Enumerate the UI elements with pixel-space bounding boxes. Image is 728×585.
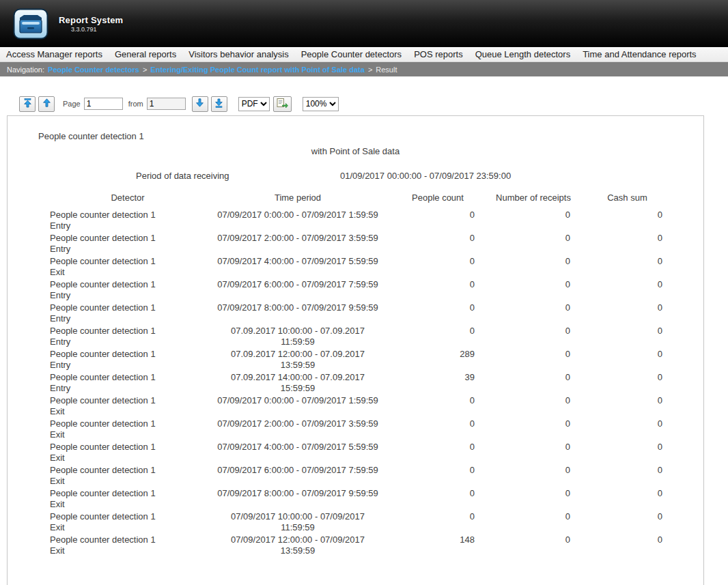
cash-sum-cell: 0 <box>581 395 673 405</box>
detector-cell: People counter detection 1 Exit <box>50 511 206 533</box>
table-row: People counter detection 1 Entry 07/09/2… <box>8 233 703 256</box>
cash-sum-cell: 0 <box>581 372 673 382</box>
people-count-cell: 0 <box>390 511 486 522</box>
detector-name: People counter detection 1 <box>50 349 206 360</box>
people-count-cell: 148 <box>390 534 486 545</box>
prev-page-button[interactable] <box>38 96 55 112</box>
menu-item-general-reports[interactable]: General reports <box>109 49 182 59</box>
time-period-cell: 07.09.2017 10:00:00 - 07.09.2017 11:59:5… <box>206 326 390 347</box>
cash-sum-cell: 0 <box>581 256 673 266</box>
menu-item-access-manager-reports[interactable]: Access Manager reports <box>0 49 109 59</box>
report-page: People counter detection 1 with Point of… <box>7 115 704 585</box>
detector-cell: People counter detection 1 Entry <box>50 233 206 255</box>
export-button[interactable] <box>273 96 292 112</box>
people-count-cell: 0 <box>390 279 486 289</box>
detector-type: Entry <box>50 360 206 371</box>
detector-name: People counter detection 1 <box>50 372 206 383</box>
report-table: Detector Time period People count Number… <box>8 192 703 558</box>
first-page-button[interactable] <box>19 96 36 112</box>
menu-item-people-counter-detectors[interactable]: People Counter detectors <box>295 49 408 59</box>
detector-name: People counter detection 1 <box>50 488 206 499</box>
detector-cell: People counter detection 1 Entry <box>50 349 206 371</box>
detector-cell: People counter detection 1 Exit <box>50 256 206 278</box>
detector-cell: People counter detection 1 Exit <box>50 488 206 510</box>
cash-sum-cell: 0 <box>581 233 673 243</box>
detector-type: Entry <box>50 220 206 231</box>
time-period-cell: 07/09/2017 6:00:00 - 07/09/2017 7:59:59 <box>206 465 390 476</box>
top-menu: Access Manager reports General reports V… <box>0 47 728 62</box>
table-row: People counter detection 1 Exit 07/09/20… <box>8 511 703 534</box>
breadcrumb-prefix: Navigation: <box>7 66 44 74</box>
table-row: People counter detection 1 Exit 07/09/20… <box>8 256 703 279</box>
people-count-cell: 39 <box>390 372 486 382</box>
receipts-cell: 0 <box>486 233 581 243</box>
table-row: People counter detection 1 Exit 07/09/20… <box>8 395 703 418</box>
receipts-cell: 0 <box>486 465 581 475</box>
detector-name: People counter detection 1 <box>50 256 206 267</box>
arrow-up-icon <box>42 98 51 109</box>
breadcrumb-separator: > <box>368 66 372 74</box>
breadcrumb: Navigation: People Counter detectors > E… <box>0 62 728 76</box>
cash-sum-cell: 0 <box>581 465 673 475</box>
receipts-cell: 0 <box>486 256 581 266</box>
page-input[interactable] <box>84 98 123 110</box>
detector-cell: People counter detection 1 Entry <box>50 210 206 231</box>
people-count-cell: 0 <box>390 488 486 498</box>
arrow-down-icon <box>195 98 204 109</box>
app-title: Report System <box>59 15 123 25</box>
breadcrumb-link-people-counter-detectors[interactable]: People Counter detectors <box>48 66 139 74</box>
detector-cell: People counter detection 1 Exit <box>50 465 206 487</box>
table-row: People counter detection 1 Entry 07/09/2… <box>8 279 703 302</box>
arrow-up-to-bar-icon <box>23 98 32 110</box>
time-period-cell: 07/09/2017 6:00:00 - 07/09/2017 7:59:59 <box>206 279 390 290</box>
receipts-cell: 0 <box>486 534 581 545</box>
detector-name: People counter detection 1 <box>50 534 206 545</box>
cash-sum-cell: 0 <box>581 302 673 313</box>
detector-type: Exit <box>50 522 206 533</box>
receipts-cell: 0 <box>486 326 581 336</box>
receipts-cell: 0 <box>486 395 581 405</box>
detector-name: People counter detection 1 <box>50 442 206 453</box>
menu-item-queue-length-detectors[interactable]: Queue Length detectors <box>469 49 577 59</box>
app-version: 3.3.0.791 <box>71 26 123 33</box>
time-period-cell: 07/09/2017 0:00:00 - 07/09/2017 1:59:59 <box>206 395 390 406</box>
detector-name: People counter detection 1 <box>50 326 206 337</box>
time-period-cell: 07/09/2017 2:00:00 - 07/09/2017 3:59:59 <box>206 418 390 429</box>
report-table-body: People counter detection 1 Entry 07/09/2… <box>8 210 703 558</box>
next-page-button[interactable] <box>192 96 208 112</box>
last-page-button[interactable] <box>211 96 227 112</box>
detector-name: People counter detection 1 <box>50 395 206 406</box>
column-header-people-count: People count <box>390 192 486 203</box>
table-row: People counter detection 1 Exit 07/09/20… <box>8 418 703 442</box>
app-header: Report System 3.3.0.791 <box>0 0 728 47</box>
table-row: People counter detection 1 Exit 07/09/20… <box>8 442 703 465</box>
report-system-logo-icon <box>12 8 49 40</box>
breadcrumb-link-report[interactable]: Entering/Exiting People Count report wit… <box>150 66 365 74</box>
receipts-cell: 0 <box>486 302 581 313</box>
period-value: 01/09/2017 00:00:00 - 07/09/2017 23:59:0… <box>340 171 511 181</box>
column-header-detector: Detector <box>50 192 206 203</box>
detector-type: Exit <box>50 267 206 278</box>
header-spacer <box>8 192 50 203</box>
export-format-select[interactable]: PDF <box>238 97 270 111</box>
zoom-select[interactable]: 100% <box>303 97 339 111</box>
detector-name: People counter detection 1 <box>50 279 206 290</box>
report-title: People counter detection 1 <box>38 131 703 141</box>
detector-type: Entry <box>50 244 206 255</box>
menu-item-pos-reports[interactable]: POS reports <box>408 49 469 59</box>
table-row: People counter detection 1 Entry 07.09.2… <box>8 326 703 349</box>
detector-type: Exit <box>50 406 206 417</box>
detector-cell: People counter detection 1 Entry <box>50 372 206 394</box>
time-period-cell: 07/09/2017 8:00:00 - 07/09/2017 9:59:59 <box>206 488 390 499</box>
cash-sum-cell: 0 <box>581 349 673 359</box>
menu-item-visitors-behavior-analysis[interactable]: Visitors behavior analysis <box>182 49 294 59</box>
time-period-cell: 07.09.2017 14:00:00 - 07.09.2017 15:59:5… <box>206 372 390 394</box>
from-label: from <box>128 100 143 108</box>
receipts-cell: 0 <box>486 418 581 429</box>
breadcrumb-current: Result <box>376 66 397 74</box>
table-row: People counter detection 1 Entry 07.09.2… <box>8 349 703 372</box>
total-pages-input[interactable] <box>147 98 186 110</box>
time-period-cell: 07/09/2017 12:00:00 - 07/09/2017 13:59:5… <box>206 534 390 556</box>
menu-item-time-attendance-reports[interactable]: Time and Attendance reports <box>576 49 702 59</box>
cash-sum-cell: 0 <box>581 488 673 498</box>
